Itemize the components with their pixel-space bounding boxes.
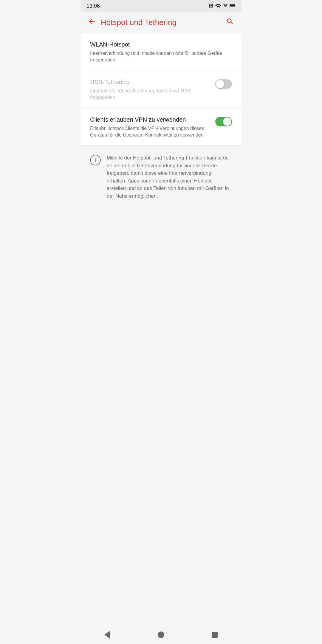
info-text: Mithilfe der Hotspot- und Tethering-Funk… — [107, 154, 232, 200]
vpn-clients-thumb — [223, 117, 231, 126]
vpn-clients-text: Clients erlauben VPN zu verwenden Erlaub… — [90, 116, 210, 139]
usb-tethering-toggle[interactable] — [215, 79, 232, 89]
gallery-icon: 🖼 — [209, 3, 213, 9]
signal-icon — [223, 3, 228, 9]
vpn-clients-toggle-container — [215, 116, 232, 126]
info-section: i Mithilfe der Hotspot- und Tethering-Fu… — [80, 146, 242, 208]
wlan-hotspot-text: WLAN-Hotspot Internetverbindung und Inha… — [90, 41, 227, 64]
wlan-hotspot-title: WLAN-Hotspot — [90, 41, 227, 48]
svg-rect-1 — [235, 5, 236, 6]
usb-tethering-thumb — [216, 80, 224, 88]
wlan-hotspot-subtitle: Internetverbindung und Inhalte werden ni… — [90, 50, 227, 64]
bottom-spacer — [80, 208, 242, 232]
page-title: Hotspot und Tethering — [101, 18, 224, 27]
usb-tethering-title: USB-Tethering — [90, 78, 210, 86]
back-button[interactable] — [85, 15, 98, 30]
status-time: 13:06 — [86, 3, 100, 9]
info-icon: i — [90, 155, 101, 165]
usb-tethering-text: USB-Tethering Internetverbindung des Sma… — [90, 78, 210, 101]
usb-tethering-subtitle: Internetverbindung des Smartphones über … — [90, 88, 210, 101]
search-button[interactable] — [224, 15, 237, 30]
vpn-clients-toggle[interactable] — [215, 117, 232, 126]
vpn-clients-title: Clients erlauben VPN zu verwenden — [90, 116, 210, 123]
usb-tethering-item[interactable]: USB-Tethering Internetverbindung des Sma… — [80, 71, 242, 109]
usb-tethering-toggle-container — [215, 78, 232, 89]
svg-rect-2 — [230, 4, 234, 6]
wlan-hotspot-item[interactable]: WLAN-Hotspot Internetverbindung und Inha… — [80, 33, 242, 71]
battery-icon — [230, 3, 236, 9]
status-icons: 🖼 — [209, 3, 236, 9]
settings-content: WLAN-Hotspot Internetverbindung und Inha… — [80, 33, 242, 145]
app-bar: Hotspot und Tethering — [80, 12, 242, 33]
wifi-icon — [215, 3, 221, 9]
vpn-clients-subtitle: Erlaubt Hotspot-Clients die VPN-Verbindu… — [90, 125, 210, 139]
status-bar: 13:06 🖼 — [80, 0, 242, 12]
vpn-clients-item[interactable]: Clients erlauben VPN zu verwenden Erlaub… — [80, 109, 242, 146]
